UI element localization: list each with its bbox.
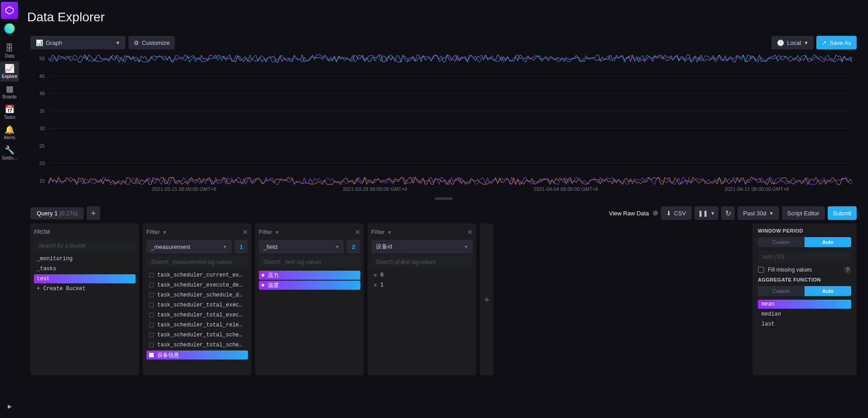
sidebar-item-label: Explore (0, 74, 19, 79)
view-raw-toggle[interactable]: View Raw Data (609, 210, 658, 217)
sidebar-item-explore[interactable]: 📈Explore (0, 61, 19, 82)
window-auto-option[interactable]: Auto (805, 237, 851, 247)
customize-button[interactable]: ⚙ Customize (128, 36, 175, 49)
filter-key-dropdown[interactable]: 设备id ▼ (371, 240, 473, 253)
aggregate-item[interactable]: last (758, 320, 851, 329)
chevron-down-icon: ▼ (711, 211, 715, 216)
window-period-title: WINDOW PERIOD (758, 228, 851, 233)
svg-text:2021-03-28 08:00:00 GMT+8: 2021-03-28 08:00:00 GMT+8 (343, 186, 407, 192)
sidebar-item-label: Boards (0, 94, 19, 99)
save-as-button[interactable]: ↗ Save As (816, 36, 857, 49)
aggregate-mode-toggle[interactable]: Custom Auto (758, 286, 851, 296)
filter-value-item[interactable]: task_scheduler_schedule_d… (146, 291, 248, 300)
svg-text:2021-04-04 08:00:00 GMT+8: 2021-04-04 08:00:00 GMT+8 (533, 186, 598, 192)
pause-icon: ❚❚ (698, 210, 708, 217)
svg-text:45: 45 (39, 73, 45, 79)
export-icon: ↗ (822, 39, 827, 46)
svg-text:25: 25 (39, 143, 45, 149)
refresh-button[interactable]: ↻ (721, 206, 735, 220)
filter-value-item[interactable]: task_scheduler_total_exec… (146, 301, 248, 310)
filter-value-item[interactable]: task_scheduler_total_exec… (146, 311, 248, 320)
sidebar-item-label: Settin... (0, 156, 19, 160)
avatar[interactable] (4, 23, 15, 34)
logo-icon[interactable] (1, 2, 18, 19)
time-range-dropdown[interactable]: Past 30d ▼ (737, 206, 779, 220)
aggregate-custom-option[interactable]: Custom (758, 286, 805, 296)
checkbox-icon (149, 343, 154, 347)
filter-title: Filter (259, 229, 272, 235)
bucket-item[interactable]: + Create Bucket (34, 284, 136, 293)
filter-title: Filter (371, 229, 384, 235)
bucket-item[interactable]: _tasks (34, 264, 136, 273)
checkbox-icon (149, 333, 154, 337)
timezone-label: Local (787, 39, 801, 46)
query-builder: FROM _monitoring_taskstest+ Create Bucke… (30, 224, 857, 415)
sidebar-item-data[interactable]: 🗄Data (0, 41, 19, 61)
filter-value-item[interactable]: task_scheduler_total_rele… (146, 321, 248, 330)
filter-search-input[interactable] (146, 256, 248, 268)
filter-value-item[interactable]: task_scheduler_current_ex… (146, 271, 248, 280)
checkbox-icon (149, 323, 154, 327)
query-tab[interactable]: Query 1 (0.27s) (30, 207, 84, 219)
fill-missing-checkbox[interactable]: Fill missing values ? (758, 266, 851, 273)
filter-search-input[interactable] (371, 256, 473, 268)
svg-marker-0 (6, 7, 14, 15)
aggregate-title: AGGREGATE FUNCTION (758, 277, 851, 282)
resize-handle[interactable] (435, 197, 453, 200)
chevron-down-icon[interactable]: ▼ (387, 230, 392, 235)
chevron-down-icon: ▼ (804, 40, 808, 45)
checkbox-icon (149, 303, 154, 307)
chevron-down-icon[interactable]: ▼ (162, 230, 167, 235)
window-mode-toggle[interactable]: Custom Auto (758, 237, 851, 247)
timezone-dropdown[interactable]: 🕐 Local ▼ (771, 36, 814, 49)
svg-text:50: 50 (39, 56, 45, 61)
help-icon[interactable]: ? (844, 266, 851, 273)
sidebar-item-settings[interactable]: 🔧Settin... (0, 143, 19, 163)
filter-value-item[interactable]: 1 (371, 281, 473, 290)
chevron-down-icon[interactable]: ▼ (275, 230, 279, 235)
aggregate-item[interactable]: median (758, 310, 851, 319)
script-editor-button[interactable]: Script Editor (782, 206, 825, 220)
filter-key-dropdown[interactable]: _field ▼ (259, 240, 344, 253)
db-icon: 🗄 (5, 44, 14, 53)
filter-value-item[interactable]: 0 (371, 271, 473, 280)
filter-value-item[interactable]: 设备信息 (146, 350, 248, 360)
sidebar-collapse-icon[interactable]: ▸ (0, 399, 19, 413)
filter-value-item[interactable]: task_scheduler_execute_de… (146, 281, 248, 290)
pause-dropdown[interactable]: ❚❚ ▼ (694, 206, 719, 220)
filter-value-item[interactable]: task_scheduler_total_sche… (146, 331, 248, 340)
filter-value-item[interactable]: task_scheduler_total_sche… (146, 340, 248, 350)
viz-type-dropdown[interactable]: 📊 Graph ▼ (30, 36, 126, 49)
close-icon[interactable]: ✕ (355, 228, 360, 236)
sidebar-item-label: Alerts (0, 135, 19, 140)
csv-label: CSV (674, 210, 686, 217)
svg-text:30: 30 (39, 126, 45, 131)
alerts-icon: 🔔 (5, 125, 15, 134)
dot-icon (374, 284, 377, 287)
close-icon[interactable]: ✕ (467, 228, 473, 236)
aggregate-auto-option[interactable]: Auto (805, 286, 851, 296)
add-query-button[interactable]: ＋ (87, 206, 100, 220)
filter-value-item[interactable]: 压力 (259, 271, 360, 280)
filter-key-label: _field (263, 243, 277, 250)
close-icon[interactable]: ✕ (242, 228, 248, 236)
filter-value-item[interactable]: 温度 (259, 281, 360, 290)
boards-icon: ▦ (6, 84, 14, 93)
aggregate-item[interactable]: mean (758, 300, 851, 309)
submit-button[interactable]: Submit (828, 206, 857, 220)
sidebar-item-boards[interactable]: ▦Boards (0, 82, 19, 102)
filter-key-dropdown[interactable]: _measurement ▼ (146, 240, 232, 253)
add-filter-button[interactable]: ＋ (480, 224, 494, 375)
checkbox-icon (149, 353, 154, 357)
checkbox-icon (149, 313, 154, 317)
filter-search-input[interactable] (259, 256, 360, 268)
bucket-item[interactable]: _monitoring (34, 254, 136, 263)
checkbox-icon (149, 293, 154, 297)
from-search-input[interactable] (34, 240, 136, 252)
csv-button[interactable]: ⬇ CSV (661, 206, 692, 220)
sidebar-item-tasks[interactable]: 📅Tasks (0, 102, 19, 122)
checkbox-icon (758, 267, 764, 273)
window-custom-option[interactable]: Custom (758, 237, 805, 247)
bucket-item[interactable]: test (34, 274, 136, 283)
sidebar-item-alerts[interactable]: 🔔Alerts (0, 122, 19, 143)
